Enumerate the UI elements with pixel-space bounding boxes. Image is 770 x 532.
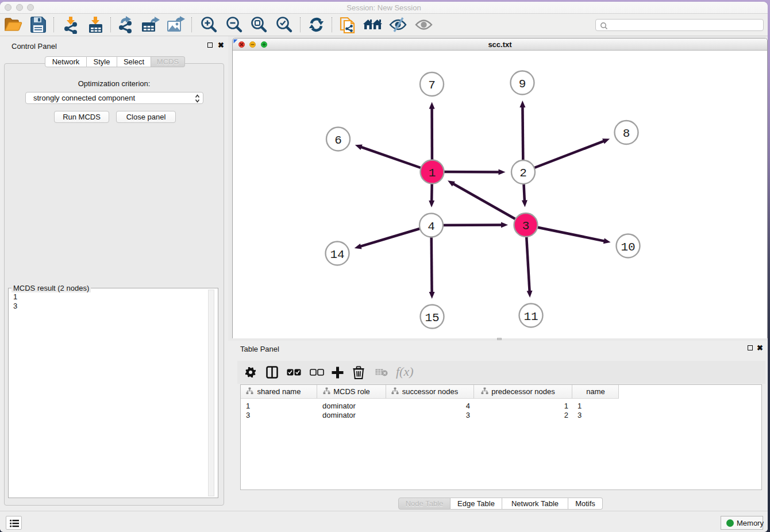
svg-text:11: 11	[523, 310, 538, 323]
svg-text:2: 2	[519, 167, 527, 180]
svg-text:7: 7	[428, 79, 436, 92]
svg-text:1: 1	[429, 167, 436, 180]
svg-text:9: 9	[519, 78, 526, 91]
svg-text:14: 14	[330, 248, 344, 261]
svg-text:3: 3	[522, 219, 530, 233]
svg-text:4: 4	[428, 220, 435, 233]
svg-text:6: 6	[334, 134, 342, 147]
svg-text:8: 8	[623, 127, 630, 140]
svg-text:15: 15	[425, 311, 439, 325]
svg-text:10: 10	[621, 241, 635, 254]
